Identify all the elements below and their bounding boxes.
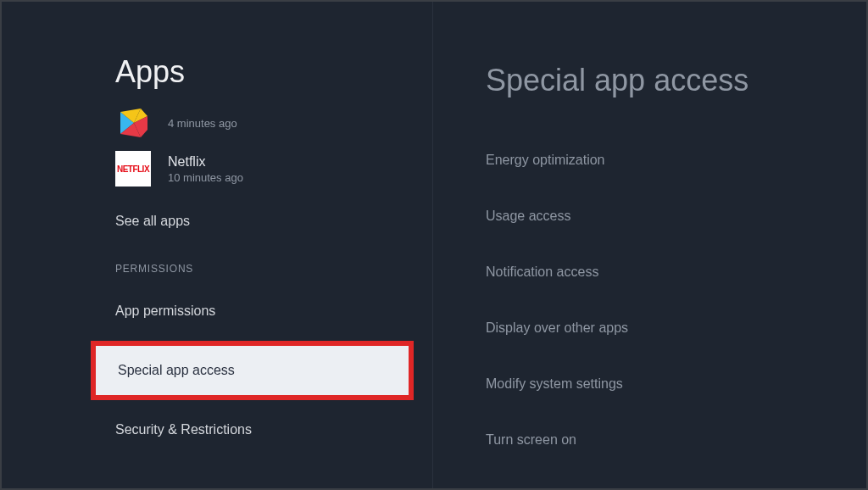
permissions-header: PERMISSIONS: [2, 246, 432, 287]
security-restrictions-item[interactable]: Security & Restrictions: [2, 405, 432, 454]
turn-screen-on-item[interactable]: Turn screen on: [433, 415, 866, 465]
special-app-access-item[interactable]: Special app access: [91, 341, 414, 400]
app-time: 4 minutes ago: [168, 117, 237, 130]
app-name: Netflix: [168, 154, 243, 170]
special-app-access-label: Special app access: [96, 346, 409, 395]
display-over-apps-item[interactable]: Display over other apps: [433, 303, 866, 353]
panel-title: Special app access: [486, 63, 866, 98]
see-all-apps[interactable]: See all apps: [2, 197, 432, 246]
recent-app-netflix[interactable]: NETFLIX Netflix 10 minutes ago: [2, 151, 432, 197]
netflix-icon: NETFLIX: [115, 151, 151, 187]
app-info: 4 minutes ago: [168, 117, 237, 130]
app-info: Netflix 10 minutes ago: [168, 154, 243, 184]
apps-panel: Apps 4 minutes ago NETFLIX: [2, 2, 432, 488]
usage-access-item[interactable]: Usage access: [433, 192, 866, 241]
recent-app-play[interactable]: 4 minutes ago: [2, 105, 432, 151]
notification-access-item[interactable]: Notification access: [433, 248, 866, 297]
settings-layout: Apps 4 minutes ago NETFLIX: [2, 2, 866, 488]
app-time: 10 minutes ago: [168, 171, 243, 184]
special-access-panel: Special app access Energy optimization U…: [432, 2, 866, 488]
app-permissions-item[interactable]: App permissions: [2, 287, 432, 336]
modify-system-settings-item[interactable]: Modify system settings: [433, 359, 866, 409]
netflix-logo-text: NETFLIX: [117, 164, 149, 174]
page-title: Apps: [115, 54, 432, 90]
play-store-icon: [115, 105, 151, 141]
energy-optimization-item[interactable]: Energy optimization: [433, 136, 866, 185]
